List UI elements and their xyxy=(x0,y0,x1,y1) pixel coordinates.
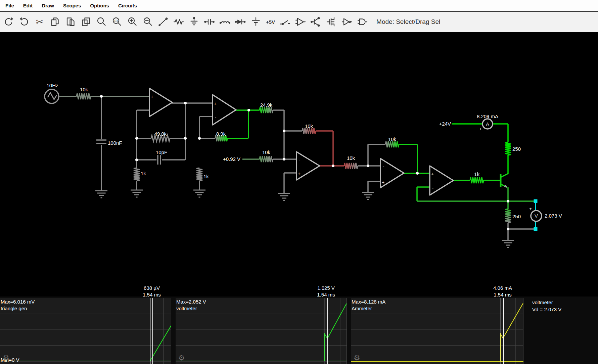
junction-dot xyxy=(135,158,138,161)
transistor-npn[interactable] xyxy=(501,174,508,188)
junction-dot xyxy=(507,228,509,230)
resistor-1k-base[interactable] xyxy=(470,177,484,183)
circuit-label: - xyxy=(152,108,153,113)
resistor-24-9k[interactable] xyxy=(260,107,273,113)
circuit-label: - xyxy=(432,185,434,191)
circuit-label: 8.209 mA xyxy=(477,113,498,119)
circuit-label: - xyxy=(299,157,301,163)
circuit-label: 8.9k xyxy=(216,131,226,137)
circuit-label: + xyxy=(431,171,434,177)
triangle-wave-source[interactable] xyxy=(45,89,59,103)
circuit-label: 10k xyxy=(388,136,397,142)
resistor-250-emitter[interactable] xyxy=(505,209,511,223)
resistor-10k-stage4-feedback[interactable] xyxy=(385,141,399,147)
circuit-canvas[interactable]: 10Hz10k100nF49.9k10pF1k1k8.9k24.9k+0.92 … xyxy=(0,0,598,364)
circuit-label: - xyxy=(383,164,384,169)
circuit-label: 10k xyxy=(347,155,355,161)
voltmeter-terminal[interactable] xyxy=(534,227,538,231)
circuit-label: 1k xyxy=(203,174,209,179)
junction-dot xyxy=(135,137,138,140)
circuit-label: 1k xyxy=(474,171,479,177)
resistor-10k-offset[interactable] xyxy=(260,156,273,162)
circuit-label: 250 xyxy=(512,146,521,152)
junction-dot xyxy=(198,137,201,140)
circuit-label: 10k xyxy=(262,149,271,155)
ground-symbol[interactable] xyxy=(362,192,374,199)
ground-symbol[interactable] xyxy=(95,191,107,198)
circuit-label: 49.9k xyxy=(154,131,167,137)
ground-symbol[interactable] xyxy=(278,193,290,200)
resistor-1k-ground-1[interactable] xyxy=(134,168,140,181)
junction-dot xyxy=(332,165,334,167)
capacitor-100nf[interactable] xyxy=(96,140,106,143)
circuit-label: +0.92 V xyxy=(223,156,240,162)
circuit-label: 24.9k xyxy=(260,102,273,108)
junction-dot xyxy=(184,102,187,104)
junction-dot xyxy=(184,137,187,140)
circuit-label: 250 xyxy=(512,214,521,219)
junction-dot xyxy=(283,158,285,161)
junction-dot xyxy=(247,109,250,111)
resistor-10k-stage4-input[interactable] xyxy=(344,163,358,169)
circuit-label: + xyxy=(214,101,217,106)
circuit-label: + xyxy=(479,127,482,132)
circuit-label: 1k xyxy=(141,171,146,176)
capacitor-10pf[interactable] xyxy=(158,155,160,165)
resistor-10k-input[interactable] xyxy=(77,93,91,99)
resistor-250-collector[interactable] xyxy=(505,142,511,155)
junction-dot xyxy=(283,130,285,132)
circuit-label: +24V xyxy=(439,121,451,127)
ground-symbol[interactable] xyxy=(502,240,514,247)
circuit-label: + xyxy=(151,94,154,99)
junction-dot xyxy=(100,95,103,98)
opamp-2[interactable] xyxy=(213,95,236,125)
circuit-label: A xyxy=(486,121,489,127)
junction-dot xyxy=(367,165,369,167)
circuit-label: 100nF xyxy=(108,140,122,146)
circuit-label: 10pF xyxy=(156,149,167,155)
circuit-label: 10Hz xyxy=(46,83,58,88)
circuit-label: 10k xyxy=(305,123,313,129)
circuit-label: + xyxy=(529,206,532,211)
voltmeter-terminal[interactable] xyxy=(534,199,538,203)
circuitjs-app: FileEditDrawScopesOptionsCircuits ✂ 1:1 … xyxy=(0,0,598,364)
circuit-label: V xyxy=(535,213,538,219)
resistor-1k-ground-2[interactable] xyxy=(196,168,202,181)
circuit-label: 10k xyxy=(80,87,88,92)
ground-symbol[interactable] xyxy=(131,190,143,197)
junction-dot xyxy=(507,200,509,202)
circuit-label: + xyxy=(298,171,301,176)
ground-symbol[interactable] xyxy=(193,190,205,197)
circuit-label: - xyxy=(215,115,217,120)
circuit-label: 2.073 V xyxy=(545,213,562,219)
circuit-label: + xyxy=(382,179,385,185)
junction-dot xyxy=(416,172,419,175)
